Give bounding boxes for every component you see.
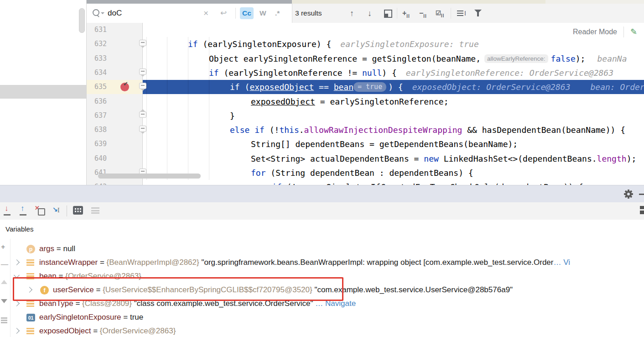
variable-name: exposedObject [39, 326, 91, 335]
fold-marker-icon[interactable] [139, 40, 146, 46]
code-line-631: 631 [87, 23, 644, 37]
code-line-639: 639String[] dependentBeans = getDependen… [87, 137, 644, 151]
code-text: exposedObject = earlySingletonReference; [87, 95, 644, 109]
variable-value: = null [54, 244, 75, 253]
field-icon [26, 328, 34, 334]
variable-row-exposedObject[interactable]: exposedObject = {OrderService@2863} [0, 324, 644, 337]
variable-name: args [39, 244, 54, 253]
parameter-hint-inlay: allowEarlyReference: [484, 54, 548, 63]
edit-mode-pencil-icon[interactable]: ✎ [630, 27, 637, 37]
fold-marker-icon[interactable] [139, 83, 146, 89]
variable-value: {UserService$$EnhancerBySpringCGLIB$$cf7… [103, 285, 312, 294]
variable-text: exposedObject = {OrderService@2863} [39, 324, 176, 337]
code-text: if (exposedObject == bean= true) {expose… [87, 80, 644, 94]
variable-value: {OrderService@2863} [65, 272, 141, 280]
code-line-640: 640Set<String> actualDependentBeans = ne… [87, 152, 644, 166]
variable-text: instanceWrapper = {BeanWrapperImpl@2862}… [39, 256, 570, 269]
filter-lines-cursor: I [464, 4, 466, 23]
variable-row-bean[interactable]: bean = {OrderService@2863} [0, 269, 644, 283]
step-out-icon[interactable]: ↑ [19, 205, 31, 217]
code-line-632: 632if (earlySingletonExposure) {earlySin… [87, 37, 644, 51]
code-line-636: 636exposedObject = earlySingletonReferen… [87, 95, 644, 109]
value-link[interactable]: … Vi [553, 258, 570, 267]
open-in-find-window-icon[interactable] [384, 10, 392, 18]
hide-panel-icon[interactable] [639, 194, 644, 195]
variable-value: = [94, 285, 103, 294]
show-values-icon[interactable] [91, 205, 103, 217]
chevron-down-icon[interactable] [14, 272, 20, 278]
divider [67, 205, 67, 216]
divider [623, 26, 624, 37]
drop-frame-icon[interactable]: ✕ [35, 205, 47, 217]
variable-row-earlySingletonExposure[interactable]: 01earlySingletonExposure = true [0, 311, 644, 324]
debug-header-strip [0, 185, 644, 203]
run-to-cursor-icon[interactable]: ↘I [51, 205, 62, 217]
variable-value: "com.example.web_test.service.UserServic… [312, 285, 513, 294]
variable-name: bean [39, 272, 57, 280]
search-query-text[interactable]: doC [108, 4, 122, 22]
chevron-right-icon[interactable] [26, 287, 32, 293]
inline-value-bubble: = true [353, 82, 386, 92]
divider [235, 8, 236, 19]
code-text: Object earlySingletonReference = getSing… [87, 52, 644, 66]
variable-text: beanType = {Class@2809} "class com.examp… [39, 297, 356, 311]
code-text: Set<String> actualDependentBeans = new L… [87, 152, 644, 166]
search-history-icon[interactable]: ↩ [220, 4, 227, 22]
variables-header: Variables [0, 220, 644, 239]
variable-name: instanceWrapper [39, 258, 98, 267]
reader-mode-link[interactable]: Reader Mode [573, 28, 617, 36]
variable-row-args[interactable]: pargs = null [0, 242, 644, 256]
layout-icon[interactable] [640, 206, 644, 214]
variable-value: {BeanWrapperImpl@2862} [107, 258, 199, 267]
chevron-right-icon[interactable] [14, 328, 20, 334]
fold-marker-icon[interactable] [139, 68, 146, 75]
variable-text: earlySingletonExposure = true [39, 311, 143, 324]
code-line-634: 634if (earlySingletonReference != null) … [87, 66, 644, 80]
variable-value: = true [121, 313, 144, 321]
field-icon [26, 273, 34, 279]
project-panel [0, 0, 87, 185]
variable-value: {Class@2809} [82, 299, 132, 308]
evaluate-expression-icon[interactable] [73, 205, 85, 217]
filter-icon[interactable] [474, 10, 482, 13]
debugger-toolbar: ↓ ↑ ✕ ↘I [0, 202, 644, 220]
search-icon[interactable] [92, 9, 104, 18]
previous-occurrence-icon[interactable]: ↑ [350, 4, 354, 23]
parameter-icon: p [26, 245, 35, 253]
gear-icon[interactable] [623, 189, 634, 200]
step-into-icon[interactable]: ↓ [3, 205, 15, 217]
search-results-count: 3 results [295, 4, 322, 23]
variable-name: userService [53, 285, 94, 294]
next-occurrence-icon[interactable]: ↓ [368, 4, 372, 23]
chevron-right-icon[interactable] [14, 259, 20, 265]
chevron-right-icon[interactable] [14, 300, 20, 306]
horizontal-scrollbar-thumb[interactable] [98, 174, 201, 179]
fold-marker-icon[interactable] [139, 126, 146, 132]
variable-row-beanType[interactable]: beanType = {Class@2809} "class com.examp… [0, 297, 644, 311]
variable-value: = [91, 326, 99, 335]
fold-marker-icon[interactable] [139, 111, 146, 118]
left-scrollbar-thumb[interactable] [79, 8, 85, 33]
regex-toggle[interactable]: .* [273, 7, 282, 19]
close-icon[interactable]: × [203, 4, 208, 22]
code-text: if (earlySingletonReference != null) {ea… [87, 66, 644, 80]
select-all-occurrences-icon[interactable]: ☑II [436, 4, 444, 26]
field-icon [26, 259, 34, 266]
code-text: else if (!this.allowRawInjectionDespiteW… [87, 123, 644, 137]
variable-row-userService[interactable]: fuserService = {UserService$$EnhancerByS… [0, 283, 644, 297]
line-number[interactable]: 631 [87, 23, 107, 37]
code-editor: 631632if (earlySingletonExposure) {early… [87, 23, 644, 185]
value-link[interactable]: … Navigate [315, 299, 356, 308]
left-selection-band [0, 85, 86, 99]
variable-value: "org.springframework.beans.BeanWrapperIm… [199, 258, 554, 267]
search-toolbar: doC × ↩ Cc W .* 3 results ↑ ↓ +II −II ☑I… [87, 4, 644, 23]
filter-lines-icon[interactable] [457, 11, 463, 16]
match-case-toggle[interactable]: Cc [240, 7, 254, 19]
variable-value: "class com.example.web_test.service.Orde… [132, 299, 315, 308]
variable-text: args = null [39, 242, 75, 256]
variable-value: {OrderService@2863} [100, 326, 176, 335]
words-toggle[interactable]: W [257, 7, 269, 19]
variable-row-instanceWrapper[interactable]: instanceWrapper = {BeanWrapperImpl@2862}… [0, 256, 644, 269]
variable-value: = [98, 258, 106, 267]
search-input[interactable]: doC × ↩ Cc W .* [87, 4, 292, 23]
